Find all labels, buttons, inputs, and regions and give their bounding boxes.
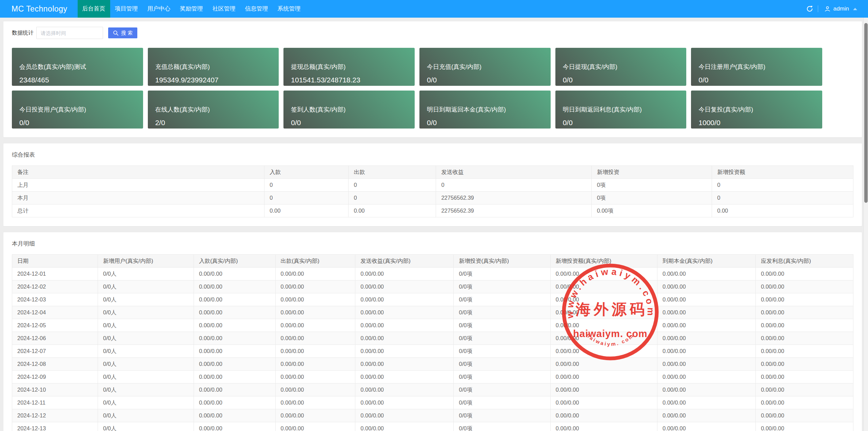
table-cell: 0.00/0.00 <box>657 371 755 384</box>
table-cell: 0.00/0.00 <box>194 280 275 293</box>
table-cell: 2024-12-10 <box>12 384 98 396</box>
search-label: 数据统计 <box>12 30 34 37</box>
summary-report-table: 备注入款出款发送收益新增投资新增投资额上月0000项0本月0022756562.… <box>12 165 853 217</box>
stat-card: 签到人数(真实/内部)0/0 <box>283 91 415 129</box>
stat-card-title: 今日复投(真实/内部) <box>698 106 816 113</box>
table-cell: 0.00/0.00 <box>355 306 454 319</box>
table-cell: 0/0人 <box>98 371 194 384</box>
table-cell: 0.00/0.00 <box>657 332 755 345</box>
table-cell: 0.00/0.00 <box>355 293 454 306</box>
stat-card-value: 0/0 <box>427 76 545 84</box>
table-cell: 0.00/0.00 <box>550 422 657 431</box>
main-nav: 后台首页项目管理用户中心奖励管理社区管理信息管理系统管理 <box>78 0 305 18</box>
scrollbar-thumb[interactable] <box>864 23 868 203</box>
table-cell: 0.00/0.00 <box>355 422 454 431</box>
table-cell: 0 <box>712 179 853 192</box>
table-cell: 0.00/0.00 <box>550 332 657 345</box>
table-cell: 0.00/0.00 <box>756 358 853 371</box>
table-cell: 0.00/0.00 <box>657 319 755 332</box>
table-cell: 0项 <box>592 192 712 204</box>
column-header: 出款 <box>349 166 436 179</box>
table-cell: 0.00/0.00 <box>194 319 275 332</box>
table-cell: 0.00/0.00 <box>756 345 853 358</box>
table-cell: 0.00/0.00 <box>275 319 355 332</box>
table-cell: 0.00/0.00 <box>275 422 355 431</box>
table-header-row: 日期新增用户(真实/内部)入款(真实/内部)出款(真实/内部)发送收益(真实/内… <box>12 255 853 268</box>
stat-card-title: 在线人数(真实/内部) <box>155 106 273 113</box>
table-cell: 2024-12-06 <box>12 332 98 345</box>
table-row: 2024-12-110/0人0.00/0.000.00/0.000.00/0.0… <box>12 396 853 409</box>
vertical-scrollbar[interactable] <box>863 18 868 431</box>
table-cell: 0.00/0.00 <box>275 345 355 358</box>
table-cell: 0/0人 <box>98 332 194 345</box>
table-cell: 0.00/0.00 <box>275 358 355 371</box>
table-cell: 2024-12-11 <box>12 396 98 409</box>
table-cell: 0/0人 <box>98 268 194 280</box>
top-navbar: MC Technology 后台首页项目管理用户中心奖励管理社区管理信息管理系统… <box>0 0 868 18</box>
nav-item[interactable]: 项目管理 <box>110 0 143 18</box>
table-cell: 0.00 <box>712 204 853 217</box>
table-cell: 0 <box>349 192 436 204</box>
column-header: 到期本金(真实/内部) <box>657 255 755 268</box>
stat-card-title: 签到人数(真实/内部) <box>291 106 409 113</box>
nav-item[interactable]: 后台首页 <box>78 0 110 18</box>
stat-card-value: 2348/465 <box>19 76 137 84</box>
table-cell: 0.00/0.00 <box>194 345 275 358</box>
table-cell: 0.00 <box>264 204 349 217</box>
nav-item[interactable]: 社区管理 <box>208 0 240 18</box>
table-cell: 0.00/0.00 <box>756 332 853 345</box>
table-cell: 0.00/0.00 <box>194 293 275 306</box>
table-cell: 0/0人 <box>98 345 194 358</box>
table-cell: 0.00/0.00 <box>194 422 275 431</box>
table-cell: 0.00/0.00 <box>756 268 853 280</box>
table-cell: 0.00/0.00 <box>194 332 275 345</box>
user-icon <box>824 6 831 12</box>
table-cell: 0.00/0.00 <box>657 306 755 319</box>
brand-logo: MC Technology <box>0 0 78 18</box>
stat-card-title: 今日投资用户(真实/内部) <box>19 106 137 113</box>
nav-item[interactable]: 奖励管理 <box>175 0 208 18</box>
table-cell: 0.00/0.00 <box>355 384 454 396</box>
nav-item[interactable]: 用户中心 <box>143 0 175 18</box>
column-header: 入款(真实/内部) <box>194 255 275 268</box>
table-cell: 0.00 <box>349 204 436 217</box>
table-cell: 0.00/0.00 <box>756 396 853 409</box>
table-cell: 上月 <box>12 179 264 192</box>
table-cell: 0.00/0.00 <box>355 268 454 280</box>
table-cell: 0.00/0.00 <box>756 280 853 293</box>
column-header: 新增投资额(真实/内部) <box>550 255 657 268</box>
table-cell: 0.00/0.00 <box>194 268 275 280</box>
table-row: 2024-12-070/0人0.00/0.000.00/0.000.00/0.0… <box>12 345 853 358</box>
search-button[interactable]: 搜 索 <box>108 27 137 38</box>
table-cell: 0/0项 <box>454 371 550 384</box>
table-cell: 2024-12-13 <box>12 422 98 431</box>
table-row: 2024-12-080/0人0.00/0.000.00/0.000.00/0.0… <box>12 358 853 371</box>
user-menu[interactable]: admin <box>818 0 863 18</box>
table-cell: 0/0项 <box>454 306 550 319</box>
table-cell: 0/0人 <box>98 358 194 371</box>
column-header: 新增用户(真实/内部) <box>98 255 194 268</box>
table-cell: 0.00/0.00 <box>275 306 355 319</box>
table-cell: 0.00/0.00 <box>550 280 657 293</box>
stat-card-value: 101541.53/248718.23 <box>291 76 409 84</box>
table-cell: 0/0项 <box>454 345 550 358</box>
table-row: 本月0022756562.390项0 <box>12 192 853 204</box>
table-row: 2024-12-040/0人0.00/0.000.00/0.000.00/0.0… <box>12 306 853 319</box>
refresh-button[interactable] <box>802 0 818 18</box>
nav-item[interactable]: 信息管理 <box>240 0 273 18</box>
table-cell: 0.00/0.00 <box>550 293 657 306</box>
table-cell: 0.00/0.00 <box>657 345 755 358</box>
stat-card-title: 明日到期返回利息(真实/内部) <box>563 106 680 113</box>
table-cell: 0.00/0.00 <box>355 396 454 409</box>
stat-card: 会员总数(真实/内部)测试2348/465 <box>12 48 143 86</box>
table-cell: 0 <box>264 179 349 192</box>
table-cell: 2024-12-08 <box>12 358 98 371</box>
date-input[interactable] <box>36 27 103 39</box>
nav-item[interactable]: 系统管理 <box>273 0 305 18</box>
table-cell: 0.00/0.00 <box>355 280 454 293</box>
table-cell: 0/0人 <box>98 280 194 293</box>
stat-card: 提现总额(真实/内部)101541.53/248718.23 <box>283 48 415 86</box>
table-cell: 0.00/0.00 <box>355 371 454 384</box>
table-row: 总计0.000.0022756562.390.00项0.00 <box>12 204 853 217</box>
table-cell: 0.00/0.00 <box>275 293 355 306</box>
